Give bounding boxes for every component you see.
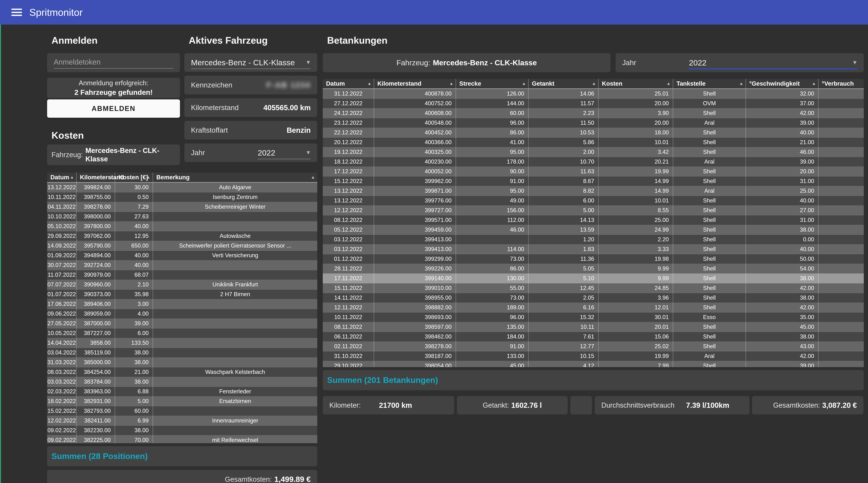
table-row[interactable]: 15.02.2022382793.0060.00 [47,406,317,416]
table-cell: 15.02.2022 [47,406,76,416]
column-header-strecke[interactable]: Strecke▲ [456,79,529,88]
table-cell: 9.99 [598,264,673,273]
table-row[interactable]: 31.03.2022385000.0038.00 [47,358,317,367]
table-cell: 46.00 [746,147,818,157]
table-row[interactable]: 23.12.2022400548.0096.0011.5020.00Aral39… [323,118,864,128]
table-row[interactable]: 15.11.2022399010.0055.0012.4524.85Shell4… [323,283,864,293]
table-row[interactable]: 13.12.2022399776.0049.006.0010.01Shell40… [323,196,864,206]
table-row[interactable]: 31.10.2022398187.00133.0010.1519.99Aral4… [323,351,864,361]
table-row[interactable]: 01.12.2022399299.0073.0011.3619.98Shell5… [323,254,864,264]
column-header--geschwindigkeit[interactable]: °Geschwindigkeit▲ [746,79,818,88]
login-token-field[interactable]: Anmeldetoken [47,53,180,72]
table-cell [818,235,864,244]
table-row[interactable]: 05.10.2022397800.0040.00 [47,221,317,231]
table-cell: 398955.00 [374,293,456,303]
table-row[interactable]: 27.05.2022387000.0039.00 [47,319,317,328]
table-row[interactable]: 10.05.2022387227.006.00 [47,328,317,338]
table-row[interactable]: 05.12.2022399459.0046.0013.5924.99Shell3… [323,225,864,235]
table-row[interactable]: 09.02.2022382225.0070.00mit Reifenwechse… [47,435,317,443]
table-row[interactable]: 13.12.2022399824.0030.00Auto Algarve [47,183,317,192]
table-row[interactable]: 03.12.2022399413.00114.001.833.33Shell40… [323,244,864,254]
table-row[interactable]: 02.03.2022383963.006.88Fensterleder [47,387,317,396]
table-row[interactable]: 12.12.2022399727.00156.005.008.55Shell27… [323,206,864,215]
column-header-kosten[interactable]: Kosten▲ [598,79,673,88]
table-cell: 38.00 [746,293,818,303]
column-header-datum[interactable]: Datum▲ [47,173,76,182]
column-header-kilometerstand[interactable]: Kilometerstand▲ [76,173,115,182]
table-row[interactable]: 06.11.2022398462.00184.007.6115.06Shell3… [323,332,864,342]
table-row[interactable]: 20.12.2022400366.0041.005.8610.01Shell21… [323,138,864,147]
table-row[interactable]: 02.11.2022398278.0091.0012.7725.02Shell4… [323,342,864,351]
table-row[interactable]: 07.07.2022390960.002.10Uniklinik Frankfu… [47,280,317,290]
logout-button[interactable]: ABMELDEN [47,99,180,118]
table-row[interactable]: 31.12.2022400878.00126.0014.0625.01Shell… [323,89,864,99]
table-cell: 20.12.2022 [323,138,374,147]
table-row[interactable]: 19.12.2022400325.0095.002.003.42Shell46.… [323,147,864,157]
table-row[interactable]: 14.09.2022395790.00650.00Scheinwerfer po… [47,241,317,251]
menu-icon[interactable] [11,9,22,16]
column-header--verbrauch[interactable]: °Verbrauch [818,79,864,88]
table-row[interactable]: 18.12.2022400230.00178.0010.7020.21Aral3… [323,157,864,167]
table-cell: 400878.00 [374,89,456,98]
column-header-getankt[interactable]: Getankt▲ [529,79,598,88]
table-row[interactable]: 22.12.2022400452.0086.0010.5318.00Shell4… [323,128,864,138]
table-row[interactable]: 28.11.2022399226.0086.005.059.99Shell54.… [323,264,864,274]
table-row[interactable]: 08.12.2022399571.00112.0014.1325.00Shell… [323,215,864,225]
table-row[interactable]: 15.12.2022399962.0091.008.6714.99Shell31… [323,176,864,186]
table-cell: Shell [673,196,746,205]
summary-fuel-box: Getankt: 1602.76 l [457,396,568,415]
table-row[interactable]: 12.11.2022398882.00189.006.1612.01Shell4… [323,303,864,312]
table-row[interactable]: 03.03.2022383784.0038.00 [47,377,317,387]
table-cell [818,225,864,235]
table-cell: 384254.00 [76,367,115,377]
table-cell: Shell [673,206,746,215]
table-row[interactable]: 08.03.2022384254.0021.00Waschpark Kelste… [47,367,317,377]
column-header-kilometerstand[interactable]: Kilometerstand▲ [374,79,456,88]
table-cell: 133.50 [115,338,153,348]
table-row[interactable]: 14.11.2022398955.0073.002.053.96Shell38.… [323,293,864,303]
table-row[interactable]: 09.06.2022389059.004.00 [47,309,317,319]
table-row[interactable]: 09.02.2022382230.0038.00 [47,426,317,435]
table-row[interactable]: 27.12.2022400752.00144.0011.5720.00OVM37… [323,99,864,109]
table-row[interactable]: 17.11.2022399140.00130.005.109.99Shell38… [323,274,864,283]
fuelings-table: Datum▲Kilometerstand▲Strecke▲Getankt▲Kos… [323,79,864,367]
table-cell: 14.06 [529,89,598,98]
table-cell: 38.00 [115,358,153,367]
table-row[interactable]: 29.10.2022398054.0045.004.127.99Shell39.… [323,361,864,367]
table-row[interactable]: 03.12.2022399413.001.202.20Shell0.00 [323,235,864,244]
table-row[interactable]: 08.11.2022398597.00135.0010.1120.01Shell… [323,322,864,332]
table-row[interactable]: 11.07.2022390979.0068.07 [47,270,317,280]
table-row[interactable]: 30.07.2022392724.0040.00 [47,261,317,270]
table-cell: 55.00 [456,283,529,293]
table-row[interactable]: 13.12.2022399871.0095.008.8214.99Aral25.… [323,186,864,196]
table-cell: 42.00 [746,109,818,118]
table-row[interactable]: 29.09.2022397062.0012.95Autowäsche [47,231,317,241]
table-row[interactable]: 18.02.2022382931.005.00Ersatzbirnen [47,396,317,406]
table-row[interactable]: 04.11.2022398278.007.29Scheibenreiniger … [47,202,317,212]
table-row[interactable]: 14.04.20223858.00133.50 [47,338,317,348]
table-row[interactable]: 10.11.2022398755.000.50Isenburg Zentrum [47,192,317,202]
column-header-bemerkung[interactable]: Bemerkung▲ [153,173,317,182]
table-row[interactable]: 10.10.2022398000.0027.63 [47,212,317,221]
table-row[interactable]: 10.11.2022398693.0096.0015.3230.01Esso35… [323,312,864,322]
table-cell [818,274,864,283]
table-row[interactable]: 01.07.2022390373.0035.982 H7 Birnen [47,290,317,299]
table-cell: 25.01 [598,89,673,98]
table-row[interactable]: 01.09.2022394894.0040.00Verti Versicheru… [47,251,317,261]
table-cell: 398755.00 [76,192,115,202]
table-row[interactable]: 17.06.2022389406.003.00 [47,299,317,309]
table-row[interactable]: 17.12.2022400052.0090.0011.6319.99Shell2… [323,167,864,176]
column-header-datum[interactable]: Datum▲ [323,79,374,88]
table-row[interactable]: 03.04.2022385119.0038.00 [47,348,317,358]
column-header-tankstelle[interactable]: Tankstelle▲ [673,79,746,88]
table-row[interactable]: 24.12.2022400608.0060.002.233.90Shell42.… [323,109,864,118]
table-cell: 6.00 [115,328,153,338]
vehicle-year-select[interactable]: Jahr 2022 ▼ [184,143,317,162]
column-header-kosten-[interactable]: Kosten [€]▲ [115,173,153,182]
vehicle-select[interactable]: Mercedes-Benz - CLK-Klasse ▼ [184,53,317,72]
table-cell: 38.00 [746,332,818,341]
table-cell: 19.98 [598,254,673,264]
table-cell: 398278.00 [374,342,456,351]
fuelings-year-select[interactable]: Jahr 2022 ▼ [616,53,864,72]
table-row[interactable]: 12.02.2022382411.006.99Innenraumreiniger [47,416,317,426]
